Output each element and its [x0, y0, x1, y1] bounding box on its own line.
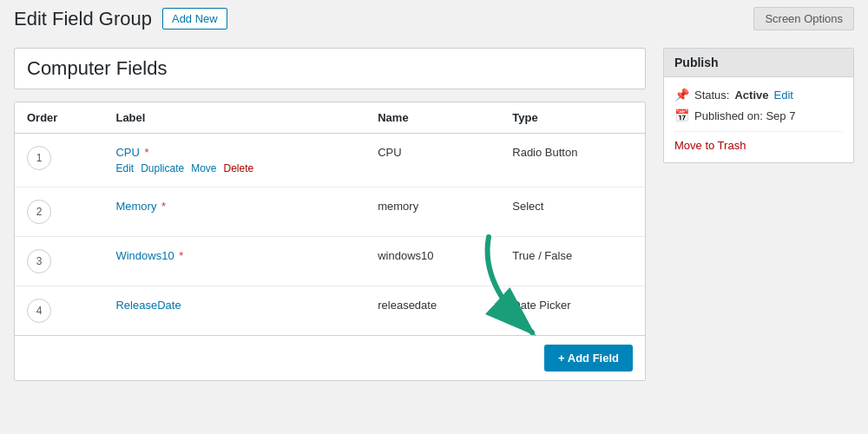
edit-action[interactable]: Edit: [115, 162, 134, 174]
required-star: *: [176, 249, 184, 262]
cell-type: Date Picker: [500, 286, 645, 336]
move-to-trash-link[interactable]: Move to Trash: [674, 139, 843, 152]
cell-order: 4: [15, 286, 103, 336]
col-order: Order: [15, 102, 103, 134]
cell-order: 2: [15, 187, 103, 237]
cell-name: memory: [365, 187, 500, 237]
content-area: Order Label Name Type 1CPU * Edit Duplic…: [14, 48, 646, 420]
page-wrapper: Edit Field Group Add New Screen Options …: [0, 0, 868, 434]
cell-type: Radio Button: [500, 134, 645, 187]
order-badge: 2: [27, 200, 51, 224]
field-label-link[interactable]: ReleaseDate: [115, 299, 181, 312]
cell-label: Memory *: [103, 187, 365, 237]
order-badge: 4: [27, 299, 51, 323]
table-row: 4ReleaseDatereleasedateDate Picker: [15, 286, 645, 336]
publish-box-header: Publish: [664, 49, 853, 77]
main-layout: Order Label Name Type 1CPU * Edit Duplic…: [0, 37, 868, 434]
publish-date-row: 📅 Published on: Sep 7: [674, 108, 843, 122]
field-label-link[interactable]: Windows10: [115, 249, 174, 262]
publish-box: Publish 📌 Status: Active Edit 📅 Publishe…: [663, 48, 854, 163]
published-on-label: Published on: Sep 7: [694, 109, 795, 122]
top-bar: Edit Field Group Add New Screen Options: [0, 0, 868, 37]
table-row: 1CPU * Edit Duplicate Move Delete CPURad…: [15, 134, 645, 187]
order-badge: 3: [27, 249, 51, 273]
screen-options-button[interactable]: Screen Options: [753, 7, 854, 30]
cell-label: CPU * Edit Duplicate Move Delete: [103, 134, 365, 187]
cell-order: 3: [15, 237, 103, 286]
add-field-button[interactable]: + Add Field: [544, 345, 633, 372]
fields-table: Order Label Name Type 1CPU * Edit Duplic…: [15, 102, 645, 335]
calendar-icon: 📅: [674, 108, 689, 122]
table-row: 2Memory *memorySelect: [15, 187, 645, 237]
table-header-row: Order Label Name Type: [15, 102, 645, 134]
fields-table-wrapper: Order Label Name Type 1CPU * Edit Duplic…: [14, 102, 646, 381]
cell-name: CPU: [365, 134, 500, 187]
col-name: Name: [365, 102, 500, 134]
add-new-button[interactable]: Add New: [162, 8, 227, 30]
status-edit-link[interactable]: Edit: [774, 89, 793, 102]
duplicate-action[interactable]: Duplicate: [141, 162, 184, 174]
field-group-name-input[interactable]: [14, 48, 646, 89]
page-title: Edit Field Group: [14, 8, 152, 30]
cell-label: Windows10 *: [103, 237, 365, 286]
status-value: Active: [734, 89, 768, 102]
move-action[interactable]: Move: [191, 162, 216, 174]
row-actions: Edit Duplicate Move Delete: [115, 162, 353, 174]
field-label-link[interactable]: CPU: [115, 146, 139, 159]
table-row: 3Windows10 *windows10True / False: [15, 237, 645, 286]
sidebar: Publish 📌 Status: Active Edit 📅 Publishe…: [663, 48, 854, 420]
required-star: *: [141, 146, 149, 159]
cell-type: Select: [500, 187, 645, 237]
required-star: *: [158, 200, 166, 213]
cell-order: 1: [15, 134, 103, 187]
table-footer: + Add Field: [15, 335, 645, 380]
top-bar-left: Edit Field Group Add New: [14, 8, 227, 30]
col-label: Label: [103, 102, 365, 134]
field-label-link[interactable]: Memory: [115, 200, 156, 213]
cell-name: releasedate: [365, 286, 500, 336]
status-label: Status:: [694, 89, 729, 102]
col-type: Type: [500, 102, 645, 134]
status-icon: 📌: [674, 88, 689, 102]
publish-status-row: 📌 Status: Active Edit: [674, 88, 843, 102]
delete-action[interactable]: Delete: [224, 162, 254, 174]
order-badge: 1: [27, 146, 51, 170]
publish-box-body: 📌 Status: Active Edit 📅 Published on: Se…: [664, 77, 853, 162]
cell-name: windows10: [365, 237, 500, 286]
cell-type: True / False: [500, 237, 645, 286]
cell-label: ReleaseDate: [103, 286, 365, 336]
